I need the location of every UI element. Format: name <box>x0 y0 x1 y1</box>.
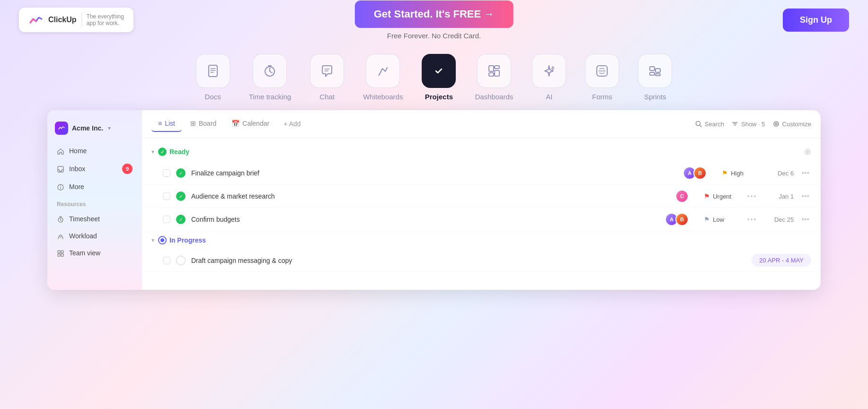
workspace-logo-icon <box>58 124 65 132</box>
show-label: Show · 5 <box>741 121 765 128</box>
priority-dots <box>747 218 756 220</box>
search-label: Search <box>705 121 724 128</box>
task-name: Confirm budgets <box>191 216 659 223</box>
ready-label: Ready <box>169 148 189 156</box>
svg-rect-31 <box>58 254 60 256</box>
add-view-button[interactable]: + Add <box>278 116 306 131</box>
svg-line-34 <box>700 125 701 127</box>
task-status-empty-icon <box>176 256 186 265</box>
show-action[interactable]: Show · 5 <box>732 121 765 128</box>
timesheet-svg <box>57 216 64 223</box>
ai-icon-wrap <box>532 54 566 88</box>
task-menu-icon[interactable]: ••• <box>799 215 811 224</box>
inbox-label: Inbox <box>69 165 85 173</box>
section-progress-header[interactable]: ▾ In Progress <box>142 231 821 249</box>
docs-icon-wrap <box>196 54 230 88</box>
inbox-icon <box>57 165 64 173</box>
main-content: ≡ List ⊞ Board 📅 Calendar + Add <box>142 110 821 290</box>
task-checkbox[interactable] <box>163 257 170 264</box>
tab-calendar[interactable]: 📅 Calendar <box>225 116 276 132</box>
cta-subtext: Free Forever. No Credit Card. <box>387 32 481 40</box>
workspace-name: Acme Inc. <box>72 124 103 132</box>
tab-list-label: List <box>165 120 175 127</box>
sidebar-item-workload[interactable]: Workload <box>51 227 138 244</box>
dot <box>747 218 749 220</box>
feature-time-tracking[interactable]: Time tracking <box>249 54 291 101</box>
features-row: Docs Time tracking Chat <box>0 44 868 110</box>
task-menu-icon[interactable]: ••• <box>799 169 811 177</box>
task-name: Finalize campaign brief <box>191 169 677 177</box>
docs-icon <box>206 64 220 78</box>
timesheet-icon <box>57 215 64 223</box>
ready-add-button[interactable]: ⊕ <box>804 147 811 157</box>
svg-rect-14 <box>489 73 494 76</box>
progress-status-dot <box>158 236 167 244</box>
signup-button[interactable]: Sign Up <box>783 9 849 32</box>
task-checkbox[interactable] <box>163 169 170 177</box>
task-row[interactable]: ✓ Audience & market research C ⚑ Urgent … <box>142 185 821 208</box>
task-name: Audience & market research <box>191 192 670 200</box>
dot <box>754 218 756 220</box>
logo-tagline: The everything app for work. <box>87 13 124 26</box>
svg-rect-13 <box>495 70 499 76</box>
workspace-header[interactable]: Acme Inc. ▾ <box>47 118 142 142</box>
dashboards-icon <box>487 64 501 78</box>
search-action[interactable]: Search <box>695 121 724 128</box>
workload-svg <box>57 233 64 240</box>
forms-icon <box>595 64 609 78</box>
inbox-badge: 9 <box>122 164 133 174</box>
forms-icon-wrap <box>585 54 619 88</box>
section-ready-header[interactable]: ▾ ✓ Ready ⊕ <box>142 142 821 162</box>
sidebar-item-team-view[interactable]: Team view <box>51 244 138 261</box>
task-row[interactable]: Draft campaign messaging & copy 20 APR -… <box>142 249 821 272</box>
feature-chat[interactable]: Chat <box>310 54 344 101</box>
sidebar-item-timesheet[interactable]: Timesheet <box>51 210 138 227</box>
sprints-label: Sprints <box>644 93 666 101</box>
feature-sprints[interactable]: Sprints <box>638 54 672 101</box>
calendar-tab-icon: 📅 <box>231 120 239 127</box>
avatar: C <box>675 190 689 203</box>
workspace-chevron-icon: ▾ <box>108 125 111 131</box>
task-checkbox[interactable] <box>163 216 170 223</box>
svg-rect-20 <box>655 74 660 76</box>
get-started-button[interactable]: Get Started. It's FREE → <box>355 0 514 28</box>
feature-whiteboards[interactable]: Whiteboards <box>363 54 403 101</box>
more-icon <box>57 183 64 191</box>
progress-status-badge: In Progress <box>158 236 206 244</box>
svg-rect-18 <box>655 69 660 72</box>
show-icon <box>732 121 738 127</box>
feature-dashboards[interactable]: Dashboards <box>475 54 513 101</box>
ai-label: AI <box>546 93 552 101</box>
feature-projects[interactable]: Projects <box>422 54 456 101</box>
task-status-done-icon: ✓ <box>176 215 186 224</box>
home-svg <box>57 148 64 155</box>
dashboards-label: Dashboards <box>475 93 513 101</box>
tab-list[interactable]: ≡ List <box>151 116 182 132</box>
feature-forms[interactable]: Forms <box>585 54 619 101</box>
avatar: B <box>675 213 689 226</box>
whiteboards-icon <box>376 64 390 78</box>
chat-label: Chat <box>319 93 335 101</box>
whiteboards-icon-wrap <box>366 54 400 88</box>
customize-action[interactable]: Customize <box>773 121 811 128</box>
sprints-icon-wrap <box>638 54 672 88</box>
time-tracking-icon <box>263 64 277 78</box>
task-row[interactable]: ✓ Finalize campaign brief A B ⚑ High Dec… <box>142 162 821 185</box>
task-menu-icon[interactable]: ••• <box>799 192 811 200</box>
app-window: Acme Inc. ▾ Home Inbox <box>47 110 821 290</box>
ready-status-dot: ✓ <box>158 148 167 156</box>
tab-board[interactable]: ⊞ Board <box>184 116 223 132</box>
dot <box>754 195 756 197</box>
logo-container[interactable]: ClickUp The everything app for work. <box>19 8 133 32</box>
sidebar-item-more[interactable]: More <box>51 178 138 195</box>
team-view-label: Team view <box>69 249 100 257</box>
feature-ai[interactable]: AI <box>532 54 566 101</box>
task-checkbox[interactable] <box>163 192 170 200</box>
sidebar-item-home[interactable]: Home <box>51 142 138 159</box>
sidebar-nav: Home Inbox 9 <box>47 142 142 195</box>
team-view-icon <box>57 249 64 257</box>
sidebar-item-inbox[interactable]: Inbox 9 <box>51 159 138 178</box>
cta-center: Get Started. It's FREE → Free Forever. N… <box>355 0 514 40</box>
feature-docs[interactable]: Docs <box>196 54 230 101</box>
task-row[interactable]: ✓ Confirm budgets A B ⚑ Low Dec 25 ••• <box>142 208 821 231</box>
